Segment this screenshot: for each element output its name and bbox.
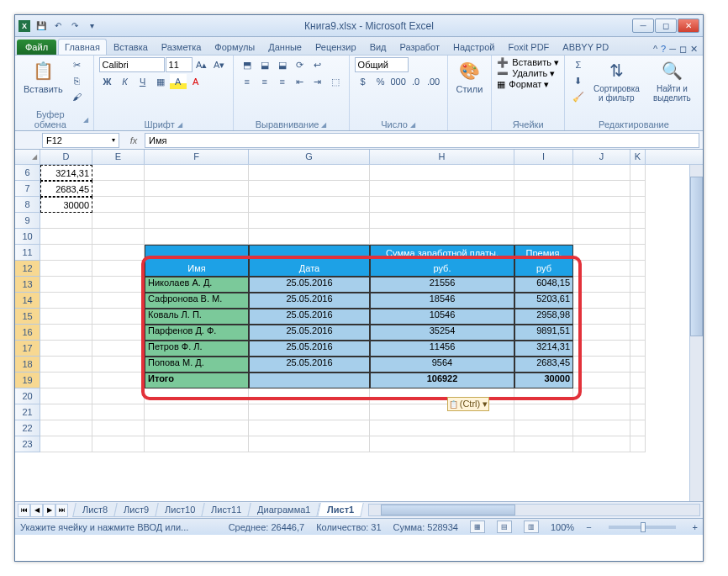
row-header[interactable]: 7 xyxy=(15,181,40,197)
cell[interactable] xyxy=(370,165,514,181)
font-name-input[interactable] xyxy=(99,57,165,72)
cell[interactable] xyxy=(40,325,92,341)
cell[interactable] xyxy=(145,229,249,245)
cell[interactable] xyxy=(630,325,646,341)
cell[interactable] xyxy=(630,420,646,436)
sheet-tab[interactable]: Лист10 xyxy=(155,503,205,517)
sheet-tab[interactable]: Лист1 xyxy=(317,503,364,517)
cell[interactable] xyxy=(370,229,514,245)
cell[interactable] xyxy=(145,197,249,213)
cell[interactable] xyxy=(630,197,646,213)
cell[interactable] xyxy=(573,261,630,277)
cell[interactable] xyxy=(370,420,514,436)
cell[interactable] xyxy=(630,373,646,388)
cell[interactable] xyxy=(370,436,514,452)
cell[interactable] xyxy=(370,404,514,420)
cell[interactable] xyxy=(630,181,646,197)
align-left-icon[interactable]: ≡ xyxy=(239,74,256,89)
table-cell-date[interactable]: 25.05.2016 xyxy=(249,293,370,309)
row-header[interactable]: 15 xyxy=(15,309,40,325)
cell[interactable] xyxy=(40,373,92,388)
ribbon-tab[interactable]: Формулы xyxy=(208,39,261,55)
cell[interactable] xyxy=(145,404,249,420)
row-header[interactable]: 9 xyxy=(15,213,40,229)
paste-button[interactable]: 📋 Вставить xyxy=(20,57,66,96)
table-cell-bonus[interactable]: 2958,98 xyxy=(514,309,573,325)
zoom-in-button[interactable]: + xyxy=(693,522,698,532)
table-header[interactable]: Сумма заработной платы, xyxy=(370,245,514,261)
cell[interactable] xyxy=(249,165,370,181)
row-header[interactable]: 13 xyxy=(15,277,40,293)
ribbon-tab[interactable]: Надстрой xyxy=(446,39,501,55)
table-cell-bonus[interactable]: 6048,15 xyxy=(514,277,573,293)
cell-copied[interactable]: 3214,31 xyxy=(40,165,92,181)
help-icon[interactable]: ? xyxy=(661,44,666,55)
cell[interactable] xyxy=(40,404,92,420)
table-cell-name[interactable]: Попова М. Д. xyxy=(145,357,249,373)
table-cell-salary[interactable]: 21556 xyxy=(370,277,514,293)
horizontal-scrollbar[interactable] xyxy=(368,504,700,516)
column-header[interactable]: E xyxy=(92,150,145,164)
table-cell-salary[interactable]: 35254 xyxy=(370,325,514,341)
sheet-tab[interactable]: Лист8 xyxy=(72,503,118,517)
cell[interactable] xyxy=(573,293,630,309)
column-header[interactable]: G xyxy=(249,150,370,164)
cell[interactable] xyxy=(630,229,646,245)
ribbon-tab[interactable]: ABBYY PD xyxy=(556,39,615,55)
cut-icon[interactable]: ✂ xyxy=(69,57,86,72)
column-header[interactable]: H xyxy=(370,150,514,164)
cell[interactable] xyxy=(573,436,630,452)
find-select-button[interactable]: 🔍 Найти и выделить xyxy=(646,57,698,104)
cell[interactable] xyxy=(92,197,145,213)
copy-icon[interactable]: ⎘ xyxy=(69,73,86,88)
align-right-icon[interactable]: ≡ xyxy=(274,74,291,89)
ribbon-tab[interactable]: Рецензир xyxy=(309,39,363,55)
ribbon-tab[interactable]: Разработ xyxy=(393,39,446,55)
table-total-bonus[interactable]: 30000 xyxy=(514,373,573,388)
row-header[interactable]: 8 xyxy=(15,197,40,213)
row-header[interactable]: 16 xyxy=(15,325,40,341)
row-header[interactable]: 19 xyxy=(15,373,40,388)
ribbon-tab[interactable]: Foxit PDF xyxy=(501,39,556,55)
view-pagebreak-icon[interactable]: ▥ xyxy=(524,521,539,533)
cell[interactable] xyxy=(145,388,249,404)
sort-filter-button[interactable]: ⇅ Сортировка и фильтр xyxy=(589,57,644,104)
sheet-nav-first[interactable]: ⏮ xyxy=(18,504,30,517)
close-button[interactable]: ✕ xyxy=(678,18,699,33)
indent-inc-icon[interactable]: ⇥ xyxy=(309,74,326,89)
border-icon[interactable]: ▦ xyxy=(152,74,169,89)
cell[interactable] xyxy=(40,293,92,309)
cell[interactable] xyxy=(514,165,573,181)
format-painter-icon[interactable]: 🖌 xyxy=(69,89,86,104)
sheet-nav-next[interactable]: ▶ xyxy=(43,504,55,517)
sheet-nav-prev[interactable]: ◀ xyxy=(30,504,43,517)
number-format-input[interactable] xyxy=(355,57,409,72)
font-size-input[interactable] xyxy=(166,57,193,72)
bold-button[interactable]: Ж xyxy=(99,74,116,89)
column-header[interactable]: K xyxy=(630,150,646,164)
dec-decimal-icon[interactable]: .00 xyxy=(425,74,442,89)
row-header[interactable]: 22 xyxy=(15,420,40,436)
cell[interactable] xyxy=(514,213,573,229)
grow-font-icon[interactable]: A▴ xyxy=(193,57,210,72)
cell[interactable] xyxy=(40,309,92,325)
table-cell-bonus[interactable]: 9891,51 xyxy=(514,325,573,341)
table-cell-bonus[interactable]: 2683,45 xyxy=(514,357,573,373)
cell[interactable] xyxy=(630,309,646,325)
ribbon-tab[interactable]: Вид xyxy=(363,39,393,55)
cell[interactable] xyxy=(370,213,514,229)
ribbon-tab[interactable]: Вставка xyxy=(107,39,155,55)
table-cell-name[interactable]: Коваль Л. П. xyxy=(145,309,249,325)
ribbon-tab[interactable]: Разметка xyxy=(155,39,208,55)
cell[interactable] xyxy=(249,388,370,404)
inc-decimal-icon[interactable]: .0 xyxy=(408,74,425,89)
cell[interactable] xyxy=(92,420,145,436)
table-cell-salary[interactable]: 9564 xyxy=(370,357,514,373)
fx-icon[interactable]: fx xyxy=(125,135,142,145)
table-header[interactable]: руб xyxy=(514,261,573,277)
undo-icon[interactable]: ↶ xyxy=(50,18,66,34)
cell[interactable] xyxy=(145,213,249,229)
cell[interactable] xyxy=(92,277,145,293)
cell[interactable] xyxy=(92,373,145,388)
table-cell-date[interactable]: 25.05.2016 xyxy=(249,325,370,341)
